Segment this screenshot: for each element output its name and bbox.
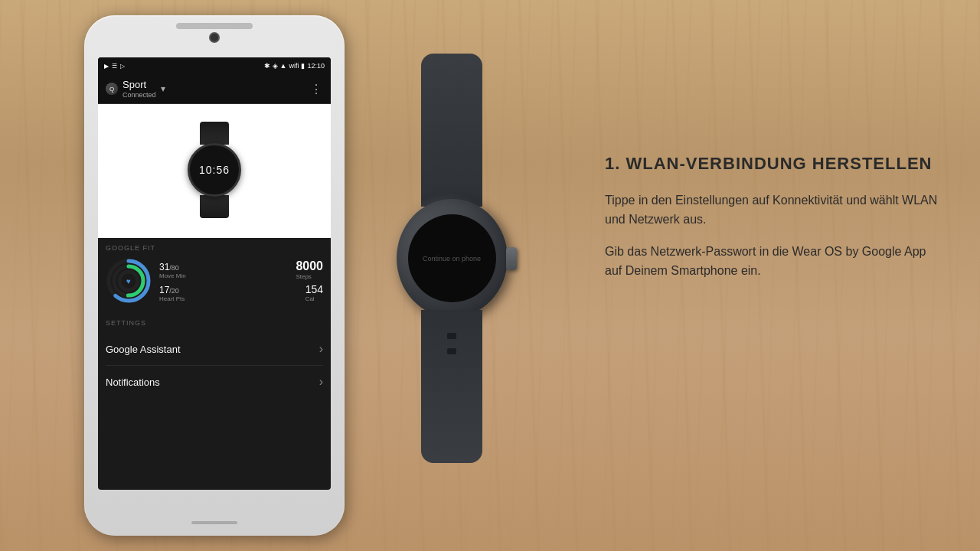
fit-stat-row-2: 17/20 Heart Pts 154 Cal [159, 283, 323, 302]
instruction-paragraph-1: Tippe in den Einstellungen auf Konnektiv… [605, 191, 942, 230]
smartwatch-crown [506, 247, 517, 270]
smartwatch-case: Continue on phone [397, 199, 508, 318]
instruction-title: 1. WLAN-VERBINDUNG HERSTELLEN [605, 153, 942, 175]
phone-screen: ▶ ☰ ▷ ✱ ◈ ▲ wifi ▮ 12:10 Q [98, 57, 331, 490]
smartwatch-screen-text: Continue on phone [423, 255, 481, 262]
time-display: 12:10 [307, 62, 325, 70]
steps-label: Steps [296, 273, 311, 280]
watch-band-top [200, 122, 229, 145]
notifications-arrow-icon: › [319, 375, 323, 389]
smartwatch-body: Continue on phone [387, 54, 517, 497]
move-min-value: 31/80 [159, 262, 179, 272]
app-title-group: Sport Connected [122, 79, 156, 99]
app-subtitle: Connected [122, 91, 156, 99]
cal-label: Cal [305, 295, 315, 302]
fit-content: ♥ 31/80 Move Min 8000 Steps [106, 258, 323, 304]
notifications-label: Notifications [106, 377, 160, 388]
heart-pts-stat: 17/20 Heart Pts [159, 285, 185, 302]
app-logo: Q [106, 83, 118, 95]
phone-speaker [176, 23, 253, 29]
google-assistant-arrow-icon: › [319, 342, 323, 356]
google-assistant-label: Google Assistant [106, 344, 181, 355]
heart-pts-label: Heart Pts [159, 295, 185, 302]
app-header-left: Q Sport Connected ▾ [106, 79, 165, 99]
fit-stat-row-1: 31/80 Move Min 8000 Steps [159, 259, 323, 280]
move-min-stat: 31/80 Move Min [159, 262, 186, 279]
status-icons-right: ✱ ◈ ▲ wifi ▮ 12:10 [264, 62, 325, 70]
app-header: Q Sport Connected ▾ ⋮ [98, 74, 331, 104]
instruction-paragraph-2: Gib das Netzwerk-Passwort in die Wear OS… [605, 242, 942, 281]
steps-value: 8000 [296, 259, 323, 273]
heart-pts-value: 17/20 [159, 285, 179, 295]
watch-thumbnail: 10:56 [176, 122, 253, 221]
phone-body: ▶ ☰ ▷ ✱ ◈ ▲ wifi ▮ 12:10 Q [84, 15, 345, 536]
activity-ring: ♥ [106, 258, 152, 304]
wifi-icon: wifi [289, 62, 299, 70]
phone-device: ▶ ☰ ▷ ✱ ◈ ▲ wifi ▮ 12:10 Q [84, 15, 345, 536]
google-fit-section: GOOGLE FIT ♥ [98, 238, 331, 310]
smartwatch-band-bottom [421, 310, 482, 463]
band-notch-1 [447, 333, 456, 339]
phone-home-indicator [191, 521, 237, 524]
chevron-down-icon[interactable]: ▾ [161, 83, 165, 94]
nfc-icon: ◈ [273, 62, 278, 70]
steps-stat: 8000 Steps [296, 259, 323, 280]
phone-camera [209, 32, 220, 43]
watch-time-display: 10:56 [199, 164, 230, 176]
band-notch-2 [447, 348, 456, 354]
move-min-label: Move Min [159, 272, 186, 279]
instruction-panel: 1. WLAN-VERBINDUNG HERSTELLEN Tippe in d… [605, 153, 942, 293]
smartwatch-band-top [421, 54, 482, 207]
cal-stat: 154 Cal [305, 283, 323, 302]
watch-band-bottom [200, 195, 229, 218]
status-bar: ▶ ☰ ▷ ✱ ◈ ▲ wifi ▮ 12:10 [98, 57, 331, 74]
cal-value: 154 [305, 283, 323, 295]
settings-label: SETTINGS [106, 319, 323, 327]
app-header-right: ⋮ [310, 82, 323, 96]
svg-text:♥: ♥ [126, 277, 131, 285]
google-fit-label: GOOGLE FIT [106, 244, 323, 252]
settings-section: SETTINGS Google Assistant › Notification… [98, 313, 331, 404]
watch-face: 10:56 [188, 143, 241, 197]
more-options-icon[interactable]: ⋮ [310, 82, 323, 96]
smartwatch-device: Continue on phone [375, 38, 528, 513]
google-assistant-item[interactable]: Google Assistant › [106, 333, 323, 366]
notifications-item[interactable]: Notifications › [106, 366, 323, 398]
app-title: Sport [122, 79, 156, 91]
bluetooth-icon: ✱ [264, 62, 270, 70]
watch-preview-area: 10:56 [98, 104, 331, 238]
battery-icon: ▮ [301, 62, 305, 70]
signal-icon: ▲ [280, 62, 287, 70]
fit-stats: 31/80 Move Min 8000 Steps 17/20 He [159, 259, 323, 302]
status-icons-left: ▶ ☰ ▷ [104, 63, 125, 70]
smartwatch-screen: Continue on phone [408, 214, 496, 302]
